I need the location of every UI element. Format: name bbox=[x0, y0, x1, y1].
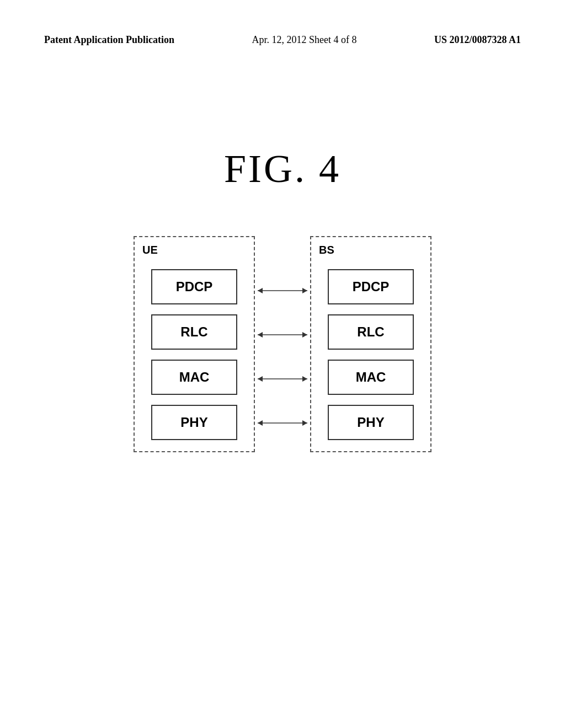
mac-arrow-row bbox=[255, 362, 310, 396]
page-header: Patent Application Publication Apr. 12, … bbox=[44, 33, 521, 47]
bs-node-box: BS PDCP RLC MAC PHY bbox=[310, 236, 431, 452]
phy-arrow-row bbox=[255, 406, 310, 440]
connections-area bbox=[255, 274, 310, 446]
diagram-container: UE PDCP RLC MAC PHY bbox=[44, 236, 521, 452]
bs-rlc-block: RLC bbox=[328, 314, 414, 350]
bs-pdcp-block: PDCP bbox=[328, 269, 414, 304]
svg-marker-8 bbox=[302, 376, 307, 382]
svg-marker-4 bbox=[258, 332, 263, 338]
svg-marker-2 bbox=[302, 288, 307, 293]
header-left: Patent Application Publication bbox=[44, 33, 174, 47]
svg-marker-7 bbox=[258, 376, 263, 382]
bs-layers: PDCP RLC MAC PHY bbox=[328, 269, 414, 440]
ue-pdcp-block: PDCP bbox=[151, 269, 237, 304]
figure-title: FIG. 4 bbox=[44, 146, 521, 192]
ue-label: UE bbox=[142, 244, 158, 256]
pdcp-arrow bbox=[255, 282, 310, 299]
ue-rlc-block: RLC bbox=[151, 314, 237, 350]
publication-label: Patent Application Publication bbox=[44, 34, 174, 45]
rlc-arrow-row bbox=[255, 318, 310, 352]
header-center: Apr. 12, 2012 Sheet 4 of 8 bbox=[252, 33, 357, 47]
svg-marker-11 bbox=[302, 420, 307, 426]
rlc-arrow bbox=[255, 326, 310, 343]
bs-label: BS bbox=[319, 244, 334, 256]
svg-marker-10 bbox=[258, 420, 263, 426]
mac-arrow bbox=[255, 371, 310, 387]
ue-node-box: UE PDCP RLC MAC PHY bbox=[134, 236, 255, 452]
date-sheet-label: Apr. 12, 2012 Sheet 4 of 8 bbox=[252, 34, 357, 45]
phy-arrow bbox=[255, 415, 310, 431]
ue-layers: PDCP RLC MAC PHY bbox=[151, 269, 237, 440]
bs-phy-block: PHY bbox=[328, 405, 414, 440]
ue-phy-block: PHY bbox=[151, 405, 237, 440]
bs-mac-block: MAC bbox=[328, 360, 414, 395]
svg-marker-1 bbox=[258, 288, 263, 293]
ue-mac-block: MAC bbox=[151, 360, 237, 395]
svg-marker-5 bbox=[302, 332, 307, 338]
header-right: US 2012/0087328 A1 bbox=[434, 33, 521, 47]
page: Patent Application Publication Apr. 12, … bbox=[0, 0, 565, 728]
pdcp-arrow-row bbox=[255, 274, 310, 308]
patent-number-label: US 2012/0087328 A1 bbox=[434, 34, 521, 45]
